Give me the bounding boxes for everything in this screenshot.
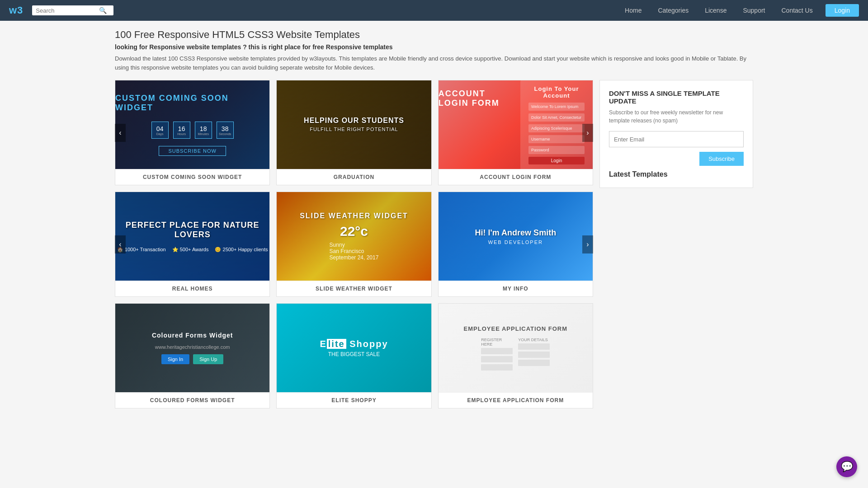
template-label-coming-soon: CUSTOM COMING SOON WIDGET — [115, 169, 269, 185]
coloured-forms-title: Coloured Forms Widget — [152, 332, 233, 339]
template-card-employee-form[interactable]: EMPLOYEE APPLICATION FORM REGISTER HERE … — [438, 303, 593, 408]
thumb-graduation: HELPING OUR STUDENTSFULFILL THE RIGHT PO… — [277, 80, 431, 169]
real-homes-title: PERFECT PLACE FOR NATURELOVERS — [117, 221, 268, 239]
shoppy-brand: Elite Shoppy — [320, 339, 388, 349]
subscribe-now-btn[interactable]: SUBSCRIBE NOW — [159, 146, 226, 156]
weather-title: SLIDE WEATHER WIDGET — [300, 212, 408, 220]
graduation-title: HELPING OUR STUDENTSFULFILL THE RIGHT PO… — [304, 117, 404, 133]
timer-seconds: 38Seconds — [217, 122, 234, 139]
template-row-1: ‹ CUSTOM COMING SOON WIDGET 04Days 16Hou… — [115, 80, 593, 185]
row1-prev-arrow[interactable]: ‹ — [115, 124, 126, 142]
template-card-real-homes[interactable]: PERFECT PLACE FOR NATURELOVERS 🏠 1000+ T… — [115, 192, 270, 297]
template-row-2: ‹ PERFECT PLACE FOR NATURELOVERS 🏠 1000+… — [115, 192, 593, 297]
site-logo[interactable]: w3 — [9, 5, 23, 16]
template-card-coming-soon[interactable]: CUSTOM COMING SOON WIDGET 04Days 16Hours… — [115, 80, 270, 185]
email-input-wrapper[interactable] — [609, 131, 744, 147]
template-label-real-homes: REAL HOMES — [115, 281, 269, 296]
template-card-weather[interactable]: SLIDE WEATHER WIDGET 22°c SunnySan Franc… — [276, 192, 431, 297]
newsletter-desc: Subscribe to our free weekly newsletter … — [609, 108, 744, 125]
newsletter-box: DON'T MISS A SINGLE TEMPLATE UPDATE Subs… — [599, 80, 753, 188]
coloured-signup-btn[interactable]: Sign Up — [193, 354, 223, 364]
coming-soon-title: CUSTOM COMING SOON WIDGET — [115, 94, 269, 113]
myinfo-title: Hi! I'm Andrew Smith — [475, 228, 557, 238]
newsletter-title: DON'T MISS A SINGLE TEMPLATE UPDATE — [609, 89, 744, 105]
logo-w3: w3 — [9, 5, 23, 16]
template-label-myinfo: MY INFO — [439, 281, 593, 296]
thumb-coloured-forms: Coloured Forms Widget www.heritagechrist… — [115, 304, 269, 392]
template-label-login-form: ACCOUNT LOGIN FORM — [439, 169, 593, 185]
timer-hours: 16Hours — [173, 122, 190, 139]
nav-license[interactable]: License — [697, 0, 735, 21]
thumb-employee: EMPLOYEE APPLICATION FORM REGISTER HERE … — [439, 304, 593, 392]
nav-categories[interactable]: Categories — [650, 0, 697, 21]
templates-grid: ‹ CUSTOM COMING SOON WIDGET 04Days 16Hou… — [115, 80, 593, 415]
weather-temp: 22°c — [340, 224, 368, 239]
thumb-real-homes: PERFECT PLACE FOR NATURELOVERS 🏠 1000+ T… — [115, 192, 269, 281]
coming-soon-timer: 04Days 16Hours 18Minutes 38Seconds — [151, 122, 234, 139]
coloured-forms-btns: Sign In Sign Up — [161, 354, 223, 364]
thumb-login: ACCOUNT LOGIN FORM Login To Your Account… — [439, 80, 593, 169]
employee-form-mock: REGISTER HERE YOUR DETAILS — [481, 338, 550, 371]
template-label-weather: SLIDE WEATHER WIDGET — [277, 281, 431, 296]
row1-next-arrow[interactable]: › — [582, 124, 593, 142]
search-input[interactable] — [36, 7, 99, 14]
template-card-login-form[interactable]: ACCOUNT LOGIN FORM Login To Your Account… — [438, 80, 593, 185]
sidebar: DON'T MISS A SINGLE TEMPLATE UPDATE Subs… — [599, 80, 753, 415]
timer-minutes: 18Minutes — [195, 122, 212, 139]
login-button[interactable]: Login — [826, 4, 859, 17]
main-content: 100 Free Responsive HTML5 CSS3 Website T… — [108, 21, 760, 415]
login-form-mock: Login To Your Account Welcome To Lorem I… — [520, 80, 593, 169]
template-label-shoppy: ELITE SHOPPY — [277, 392, 431, 408]
nav-support[interactable]: Support — [735, 0, 773, 21]
content-row: ‹ CUSTOM COMING SOON WIDGET 04Days 16Hou… — [115, 80, 753, 415]
thumb-coming-soon: CUSTOM COMING SOON WIDGET 04Days 16Hours… — [115, 80, 269, 169]
latest-templates-title: Latest Templates — [609, 166, 744, 178]
coloured-signin-btn[interactable]: Sign In — [161, 354, 189, 364]
nav-contact[interactable]: Contact Us — [773, 0, 821, 21]
template-card-coloured-forms[interactable]: Coloured Forms Widget www.heritagechrist… — [115, 303, 270, 408]
page-subtitle: looking for Responsive website templates… — [115, 43, 753, 51]
template-row-3: Coloured Forms Widget www.heritagechrist… — [115, 303, 593, 408]
row2-next-arrow[interactable]: › — [582, 235, 593, 253]
template-label-coloured-forms: COLOURED FORMS WIDGET — [115, 392, 269, 408]
row2-prev-arrow[interactable]: ‹ — [115, 235, 126, 253]
coloured-forms-url: www.heritagechristiancollege.com — [155, 344, 230, 350]
subscribe-button[interactable]: Subscribe — [699, 152, 744, 166]
email-input[interactable] — [614, 136, 739, 143]
employee-form-title: EMPLOYEE APPLICATION FORM — [464, 325, 567, 332]
myinfo-subtitle: WEB DEVELOPER — [475, 239, 557, 245]
nav-home[interactable]: Home — [617, 0, 650, 21]
page-description: Download the latest 100 CSS3 Responsive … — [115, 54, 753, 72]
search-icon: 🔍 — [99, 7, 107, 14]
real-homes-stats: 🏠 1000+ Transaction ⭐ 500+ Awards 😊 2500… — [117, 247, 268, 253]
thumb-shoppy: Elite Shoppy THE BIGGEST SALE — [277, 304, 431, 392]
navbar: w3 🔍 Home Categories License Support Con… — [0, 0, 868, 21]
template-card-shoppy[interactable]: Elite Shoppy THE BIGGEST SALE ELITE SHOP… — [276, 303, 431, 408]
nav-links: Home Categories License Support Contact … — [617, 0, 859, 21]
shoppy-tagline: THE BIGGEST SALE — [320, 351, 388, 357]
template-card-graduation[interactable]: HELPING OUR STUDENTSFULFILL THE RIGHT PO… — [276, 80, 431, 185]
page-title: 100 Free Responsive HTML5 CSS3 Website T… — [115, 29, 753, 41]
template-label-graduation: GRADUATION — [277, 169, 431, 185]
template-label-employee-form: EMPLOYEE APPLICATION FORM — [439, 392, 593, 408]
thumb-myinfo: Hi! I'm Andrew Smith WEB DEVELOPER — [439, 192, 593, 281]
template-card-myinfo[interactable]: Hi! I'm Andrew Smith WEB DEVELOPER MY IN… — [438, 192, 593, 297]
thumb-weather: SLIDE WEATHER WIDGET 22°c SunnySan Franc… — [277, 192, 431, 281]
search-bar[interactable]: 🔍 — [32, 5, 113, 15]
weather-location: SunnySan FranciscoSeptember 24, 2017 — [330, 242, 379, 261]
login-form-heading: ACCOUNT LOGIN FORM — [439, 80, 514, 108]
timer-days: 04Days — [151, 122, 169, 139]
